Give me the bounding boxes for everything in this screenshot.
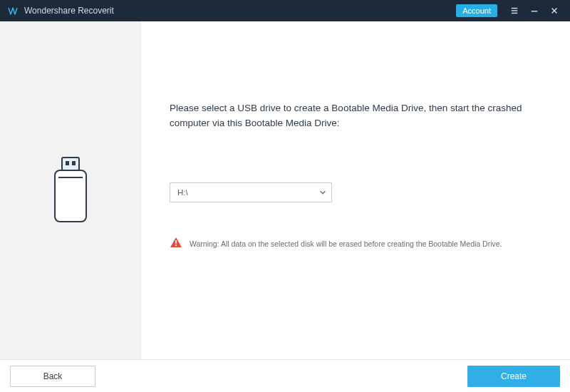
close-button[interactable] [544, 3, 564, 19]
minimize-button[interactable] [524, 3, 544, 19]
content-area: Please select a USB drive to create a Bo… [0, 21, 570, 359]
hamburger-icon [510, 6, 519, 15]
sidebar [0, 21, 141, 359]
main-panel: Please select a USB drive to create a Bo… [141, 21, 570, 359]
svg-rect-11 [175, 240, 177, 244]
warning-text: Warning: All data on the selected disk w… [190, 239, 502, 248]
svg-rect-12 [175, 244, 177, 246]
drive-select[interactable] [170, 182, 332, 202]
svg-rect-6 [62, 158, 79, 170]
footer: Back Create [0, 359, 570, 392]
back-button[interactable]: Back [10, 366, 95, 387]
close-icon [550, 6, 559, 15]
svg-rect-8 [72, 161, 76, 165]
warning-icon [170, 237, 182, 251]
titlebar: Wondershare Recoverit Account [0, 0, 570, 21]
usb-drive-icon [48, 155, 93, 226]
app-logo-icon [7, 5, 19, 16]
app-title: Wondershare Recoverit [24, 6, 114, 16]
warning-row: Warning: All data on the selected disk w… [170, 237, 537, 251]
menu-button[interactable] [504, 3, 524, 19]
account-button[interactable]: Account [456, 4, 497, 17]
drive-select-wrap [170, 182, 332, 202]
instruction-text: Please select a USB drive to create a Bo… [170, 101, 537, 131]
create-button[interactable]: Create [467, 366, 560, 387]
svg-rect-7 [66, 161, 69, 165]
minimize-icon [530, 6, 539, 15]
